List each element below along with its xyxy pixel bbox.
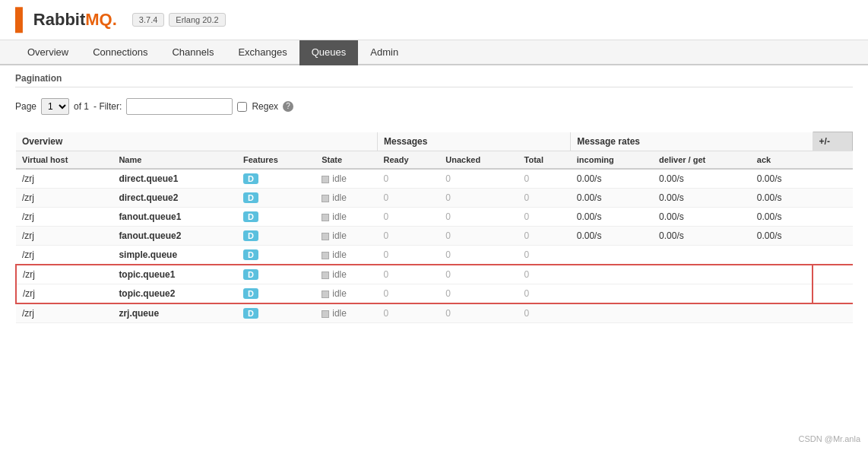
- table-row[interactable]: /zrjsimple.queueDidle000: [16, 246, 853, 265]
- col-ack: ack: [751, 151, 813, 170]
- group-overview: Overview: [16, 132, 377, 151]
- feature-badge: D: [243, 211, 258, 222]
- filter-input[interactable]: [126, 98, 233, 115]
- cell-total: 0: [518, 265, 571, 284]
- feature-badge: D: [243, 288, 258, 299]
- state-text: idle: [332, 211, 347, 222]
- table-row[interactable]: /zrjtopic.queue2Didle000: [16, 284, 853, 304]
- cell-state: idle: [315, 208, 377, 227]
- cell-incoming: 0.00/s: [571, 169, 653, 189]
- cell-name: fanout.queue1: [112, 208, 237, 227]
- cell-unacked: 0: [439, 265, 518, 284]
- help-icon[interactable]: ?: [283, 101, 293, 112]
- feature-badge: D: [243, 192, 258, 203]
- nav-overview[interactable]: Overview: [15, 40, 81, 65]
- cell-spacer: [813, 246, 852, 265]
- cell-total: 0: [518, 189, 571, 208]
- cell-ready: 0: [377, 265, 439, 284]
- cell-state: idle: [315, 265, 377, 284]
- logo-icon: ▌: [15, 8, 30, 32]
- table-row[interactable]: /zrjdirect.queue1Didle0000.00/s0.00/s0.0…: [16, 169, 853, 189]
- state-text: idle: [332, 173, 347, 184]
- content-area: Pagination Page 1 of 1 - Filter: Regex ?…: [0, 65, 868, 331]
- table-row[interactable]: /zrjfanout.queue1Didle0000.00/s0.00/s0.0…: [16, 208, 853, 227]
- cell-ready: 0: [377, 189, 439, 208]
- cell-ready: 0: [377, 303, 439, 323]
- cell-total: 0: [518, 208, 571, 227]
- cell-total: 0: [518, 284, 571, 304]
- nav-queues[interactable]: Queues: [299, 40, 359, 65]
- state-text: idle: [332, 308, 347, 319]
- page-label: Page: [15, 101, 36, 112]
- of-label: of 1: [74, 101, 89, 112]
- cell-unacked: 0: [439, 284, 518, 304]
- cell-deliver-get: 0.00/s: [653, 208, 751, 227]
- cell-deliver-get: [653, 303, 751, 323]
- cell-incoming: 0.00/s: [571, 208, 653, 227]
- filter-label: - Filter:: [93, 101, 122, 112]
- cell-state: idle: [315, 189, 377, 208]
- cell-feature: D: [237, 303, 315, 323]
- cell-name: direct.queue1: [112, 169, 237, 189]
- cell-unacked: 0: [439, 169, 518, 189]
- table-row[interactable]: /zrjtopic.queue1Didle000: [16, 265, 853, 284]
- group-messages: Messages: [377, 132, 570, 151]
- cell-feature: D: [237, 284, 315, 304]
- cell-incoming: [571, 246, 653, 265]
- nav-connections[interactable]: Connections: [81, 40, 160, 65]
- table-row[interactable]: /zrjfanout.queue2Didle0000.00/s0.00/s0.0…: [16, 227, 853, 246]
- feature-badge: D: [243, 173, 258, 184]
- state-icon: [322, 195, 329, 202]
- cell-vhost: /zrj: [16, 303, 112, 323]
- feature-badge: D: [243, 249, 258, 260]
- cell-feature: D: [237, 189, 315, 208]
- cell-state: idle: [315, 227, 377, 246]
- cell-unacked: 0: [439, 246, 518, 265]
- cell-total: 0: [518, 303, 571, 323]
- state-icon: [322, 214, 329, 221]
- plus-minus-header[interactable]: +/-: [813, 132, 852, 151]
- cell-name: topic.queue2: [112, 284, 237, 304]
- cell-name: simple.queue: [112, 246, 237, 265]
- col-name: Name: [112, 151, 237, 170]
- nav-channels[interactable]: Channels: [160, 40, 226, 65]
- col-plus-minus-spacer: [813, 151, 852, 170]
- cell-vhost: /zrj: [16, 246, 112, 265]
- cell-feature: D: [237, 208, 315, 227]
- regex-checkbox[interactable]: [237, 102, 247, 112]
- cell-name: topic.queue1: [112, 265, 237, 284]
- nav-admin[interactable]: Admin: [358, 40, 410, 65]
- cell-vhost: /zrj: [16, 265, 112, 284]
- header: ▌ RabbitMQ. 3.7.4 Erlang 20.2: [0, 0, 868, 40]
- cell-vhost: /zrj: [16, 284, 112, 304]
- cell-total: 0: [518, 227, 571, 246]
- state-text: idle: [332, 192, 347, 203]
- col-incoming: incoming: [571, 151, 653, 170]
- state-icon: [322, 291, 329, 298]
- cell-deliver-get: [653, 284, 751, 304]
- cell-incoming: [571, 265, 653, 284]
- cell-deliver-get: [653, 246, 751, 265]
- cell-ready: 0: [377, 284, 439, 304]
- cell-feature: D: [237, 169, 315, 189]
- col-features: Features: [237, 151, 315, 170]
- cell-deliver-get: 0.00/s: [653, 169, 751, 189]
- table-row[interactable]: /zrjzrj.queueDidle000: [16, 303, 853, 323]
- cell-spacer: [813, 169, 852, 189]
- state-icon: [322, 176, 329, 183]
- cell-incoming: 0.00/s: [571, 227, 653, 246]
- cell-feature: D: [237, 265, 315, 284]
- nav-exchanges[interactable]: Exchanges: [226, 40, 299, 65]
- cell-name: direct.queue2: [112, 189, 237, 208]
- table-row[interactable]: /zrjdirect.queue2Didle0000.00/s0.00/s0.0…: [16, 189, 853, 208]
- regex-label: Regex: [252, 101, 278, 112]
- cell-total: 0: [518, 169, 571, 189]
- state-icon: [322, 252, 329, 259]
- state-text: idle: [332, 269, 347, 280]
- cell-vhost: /zrj: [16, 169, 112, 189]
- main-nav: Overview Connections Channels Exchanges …: [0, 40, 868, 65]
- page-select[interactable]: 1: [41, 98, 69, 115]
- cell-spacer: [813, 284, 852, 304]
- cell-spacer: [813, 303, 852, 323]
- cell-deliver-get: [653, 265, 751, 284]
